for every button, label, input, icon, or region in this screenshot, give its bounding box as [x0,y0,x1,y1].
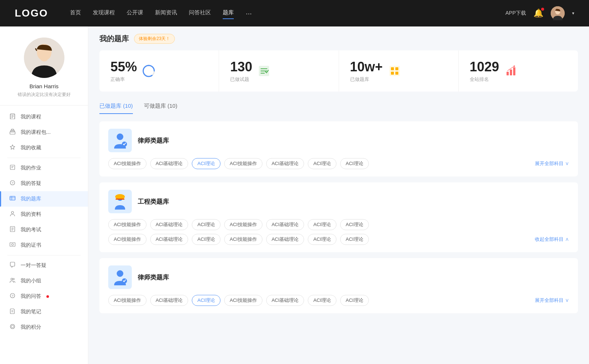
nav-links: 首页 发现课程 公开课 新闻资讯 问答社区 题库 ··· [70,8,491,19]
tag-2-14[interactable]: ACI理论 [340,234,369,245]
expand-link-1[interactable]: 展开全部科目 ∨ [535,160,569,167]
nav-more[interactable]: ··· [246,8,252,19]
bell-button[interactable]: 🔔 [533,8,543,18]
tag-1-4[interactable]: ACI技能操作 [224,158,262,169]
tag-2-12[interactable]: ACI基础理论 [266,234,304,245]
svg-point-49 [514,65,515,67]
tab-done-banks[interactable]: 已做题库 (10) [99,99,133,114]
tag-2-5[interactable]: ACI基础理论 [266,219,304,230]
sidebar-label-group: 我的小组 [21,278,41,284]
stat-ranking: 1029 全站排名 [459,50,578,92]
myqa-icon: ? [9,293,16,300]
page-header: 我的题库 体验剩余23天！ [99,26,578,50]
bank-header-1: 律师类题库 [108,129,569,152]
nav-logo[interactable]: LOGO [15,7,48,19]
stat-done-questions: 130 已做试题 [219,50,339,92]
svg-point-21 [11,211,14,214]
svg-rect-42 [391,67,394,70]
tag-1-3[interactable]: ACI理论 [192,158,221,169]
sidebar-label-myqa: 我的问答 [21,293,41,300]
svg-point-35 [11,325,14,328]
sidebar-item-profile[interactable]: 我的资料 [0,207,88,222]
sidebar-item-tutoring[interactable]: 一对一答疑 [0,258,88,273]
nav-link-qa[interactable]: 问答社区 [189,8,211,19]
tag-1-5[interactable]: ACI基础理论 [266,158,304,169]
tag-1-6[interactable]: ACI理论 [308,158,336,169]
tag-3-4[interactable]: ACI技能操作 [224,295,262,306]
svg-point-50 [117,133,123,140]
nav-link-bank[interactable]: 题库 [223,8,234,19]
trial-badge: 体验剩余23天！ [134,34,175,44]
sidebar-item-questions[interactable]: ? 我的答疑 [0,176,88,191]
tag-2-6[interactable]: ACI理论 [308,219,336,230]
tag-2-1[interactable]: ACI技能操作 [108,219,147,230]
svg-rect-43 [395,67,398,70]
nav-link-home[interactable]: 首页 [70,8,81,19]
sidebar-item-homework[interactable]: 我的作业 [0,160,88,176]
notes-icon [9,308,16,315]
sidebar-item-favorites[interactable]: 我的收藏 [0,140,88,156]
navbar: LOGO 首页 发现课程 公开课 新闻资讯 问答社区 题库 ··· APP下载 … [0,0,589,26]
sidebar-label-notes: 我的笔记 [21,308,41,315]
tag-2-2[interactable]: ACI基础理论 [150,219,188,230]
sidebar-item-courses[interactable]: 我的课程 [0,109,88,125]
tag-2-3[interactable]: ACI理论 [192,219,221,230]
avatar[interactable] [551,6,565,20]
bank-tags-1: ACI技能操作 ACI基础理论 ACI理论 ACI技能操作 ACI基础理论 AC… [108,158,569,169]
svg-rect-41 [389,66,400,76]
sidebar-item-notes[interactable]: 我的笔记 [0,304,88,320]
sidebar-item-certificate[interactable]: 我的证书 [0,238,88,253]
svg-text:?: ? [11,294,13,298]
sidebar-item-group[interactable]: 我的小组 [0,273,88,289]
group-icon [9,277,16,285]
tag-2-4[interactable]: ACI技能操作 [224,219,262,230]
nav-link-open[interactable]: 公开课 [127,8,143,19]
tag-3-1[interactable]: ACI技能操作 [108,295,147,306]
tab-available-banks[interactable]: 可做题库 (10) [144,99,177,114]
tag-3-7[interactable]: ACI理论 [340,295,369,306]
certificate-icon [9,242,16,249]
svg-rect-55 [116,199,124,200]
sidebar-item-exam[interactable]: 我的考试 [0,222,88,238]
app-download-button[interactable]: APP下载 [505,10,526,17]
packages-icon [9,129,16,136]
accuracy-icon [142,64,155,78]
profile-avatar [24,38,64,78]
tag-2-11[interactable]: ACI技能操作 [224,234,262,245]
tag-2-10[interactable]: ACI理论 [192,234,221,245]
sidebar-item-packages[interactable]: 我的课程包... [0,125,88,140]
nav-link-discover[interactable]: 发现课程 [93,8,115,19]
sidebar-item-points[interactable]: 我的积分 [0,320,88,335]
bank-tags-3: ACI技能操作 ACI基础理论 ACI理论 ACI技能操作 ACI基础理论 AC… [108,295,569,306]
sidebar-item-myqa[interactable]: ? 我的问答 [0,289,88,304]
qa-dot [46,295,49,298]
bank-title-3: 律师类题库 [138,273,169,282]
tag-1-7[interactable]: ACI理论 [340,158,369,169]
bank-header-2: 工程类题库 [108,190,569,213]
svg-rect-47 [510,69,512,75]
collapse-link-2[interactable]: 收起全部科目 ∧ [535,236,569,243]
tag-2-13[interactable]: ACI理论 [308,234,336,245]
bank-card-2: 工程类题库 ACI技能操作 ACI基础理论 ACI理论 ACI技能操作 ACI基… [99,182,578,252]
tag-2-8[interactable]: ACI技能操作 [108,234,147,245]
tag-3-5[interactable]: ACI基础理论 [266,295,304,306]
tag-3-3[interactable]: ACI理论 [192,295,221,306]
stat-done-banks: 10w+ 已做题库 [339,50,459,92]
stat-done-label: 已做试题 [230,76,252,83]
tag-1-1[interactable]: ACI技能操作 [108,158,147,169]
tutoring-icon [9,262,16,269]
nav-link-news[interactable]: 新闻资讯 [155,8,177,19]
points-icon [9,324,16,331]
nav-chevron-icon[interactable]: ▾ [572,11,574,16]
bank-icon [9,195,16,203]
sidebar-item-bank[interactable]: 我的题库 [0,191,88,207]
tag-2-9[interactable]: ACI基础理论 [150,234,188,245]
tag-3-2[interactable]: ACI基础理论 [150,295,188,306]
tag-2-7[interactable]: ACI理论 [340,219,369,230]
expand-link-3[interactable]: 展开全部科目 ∨ [535,297,569,304]
tag-1-2[interactable]: ACI基础理论 [150,158,188,169]
stat-ranking-content: 1029 全站排名 [470,59,499,83]
exam-icon [9,226,16,233]
done-banks-icon [388,64,401,78]
tag-3-6[interactable]: ACI理论 [308,295,336,306]
